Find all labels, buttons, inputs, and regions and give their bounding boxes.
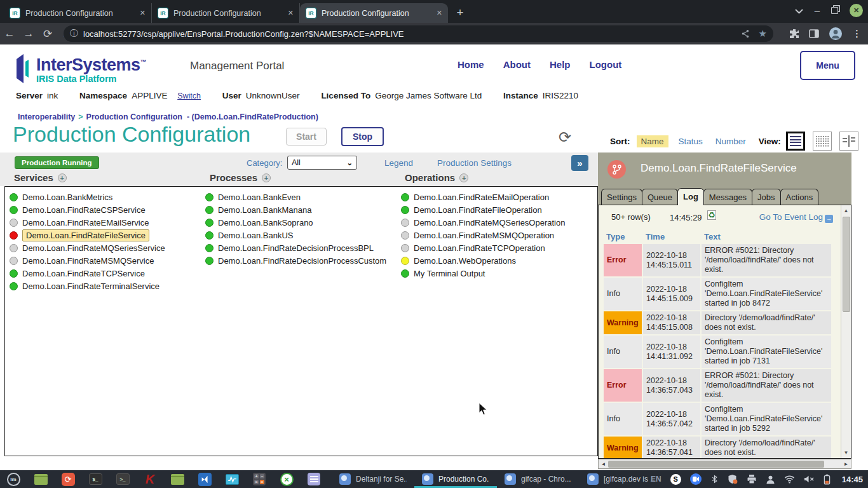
config-item[interactable]: Demo.Loan.FindRateDecisionProcessCustom xyxy=(205,254,386,267)
battery-icon[interactable] xyxy=(824,474,831,485)
taskbar-window[interactable]: Deltanji for Se... xyxy=(332,470,414,488)
horizontal-scroll-thumb[interactable] xyxy=(608,461,824,468)
stop-button[interactable]: Stop xyxy=(341,127,384,146)
share-icon[interactable] xyxy=(741,29,750,38)
config-item[interactable]: Demo.Loan.FindRateEMailOperation xyxy=(401,191,565,203)
mint-menu-icon[interactable]: lm xyxy=(6,471,21,487)
config-item-label[interactable]: Demo.Loan.FindRateDecisionProcessBPL xyxy=(218,243,374,253)
config-item[interactable]: My Terminal Output xyxy=(401,267,565,280)
nav-help[interactable]: Help xyxy=(550,59,571,70)
panel-tab-queue[interactable]: Queue xyxy=(642,189,678,205)
config-item[interactable]: Demo.Loan.BankEven xyxy=(205,191,386,203)
config-item[interactable]: Demo.Loan.BankManana xyxy=(205,203,386,216)
menu-kebab-icon[interactable]: ⋮ xyxy=(852,28,862,39)
visual-studio-icon[interactable] xyxy=(197,471,212,487)
scroll-down-icon[interactable]: ▼ xyxy=(841,448,851,458)
sort-number[interactable]: Number xyxy=(715,137,746,146)
notes-icon[interactable] xyxy=(306,471,322,487)
sort-name[interactable]: Name xyxy=(637,135,668,147)
language-indicator[interactable]: EN xyxy=(651,475,661,484)
nav-about[interactable]: About xyxy=(503,59,531,70)
config-item-label[interactable]: Demo.Loan.BankManana xyxy=(218,205,311,215)
printer-icon[interactable] xyxy=(747,474,757,484)
config-item[interactable]: Demo.Loan.FindRateCSPService xyxy=(10,203,165,216)
sidebar-icon[interactable] xyxy=(809,29,819,38)
config-item[interactable]: Demo.Loan.FindRateEMailService xyxy=(10,216,165,229)
start-button[interactable]: Start xyxy=(286,128,327,146)
browser-tab[interactable]: IR Production Configuration ✕ xyxy=(4,3,152,23)
bookmark-star-icon[interactable]: ★ xyxy=(759,28,767,39)
config-item-label[interactable]: Demo.Loan.FindRateFileService xyxy=(22,229,149,241)
config-item[interactable]: Demo.Loan.FindRateFileService xyxy=(10,229,165,241)
config-item[interactable]: Demo.Loan.FindRateMSMQOperation xyxy=(401,229,565,241)
refresh-icon[interactable]: ⟳ xyxy=(559,128,571,146)
config-item[interactable]: Demo.Loan.FindRateMSMQService xyxy=(10,254,165,267)
tab-close-icon[interactable]: ✕ xyxy=(140,9,146,17)
zoom-icon[interactable] xyxy=(690,473,702,485)
config-item-label[interactable]: Demo.Loan.BankMetrics xyxy=(22,193,112,202)
breadcrumb-root[interactable]: Interoperability xyxy=(18,112,75,121)
legend-link[interactable]: Legend xyxy=(384,158,413,168)
wifi-icon[interactable] xyxy=(784,475,795,484)
config-item[interactable]: Demo.Loan.FindRateMQSeriesOperation xyxy=(401,216,565,229)
close-button[interactable]: ✕ xyxy=(850,4,863,17)
minimize-button[interactable]: – xyxy=(815,5,820,16)
panel-tab-settings[interactable]: Settings xyxy=(601,189,642,205)
config-item[interactable]: Demo.Loan.FindRateTCPService xyxy=(10,267,165,280)
config-item-label[interactable]: Demo.Loan.FindRateCSPService xyxy=(22,205,146,215)
config-item[interactable]: Demo.Loan.BankUS xyxy=(205,229,386,241)
new-tab-button[interactable]: + xyxy=(452,4,468,21)
nav-logout[interactable]: Logout xyxy=(590,59,622,70)
add-process-icon[interactable]: + xyxy=(262,173,271,182)
taskbar-clock[interactable]: 14:45 xyxy=(842,475,863,484)
site-info-icon[interactable]: ⓘ xyxy=(70,28,78,39)
config-item-label[interactable]: Demo.Loan.FindRateFileOperation xyxy=(414,205,542,215)
restore-button[interactable] xyxy=(831,7,838,14)
config-item[interactable]: Demo.Loan.WebOperations xyxy=(401,254,565,267)
config-item[interactable]: Demo.Loan.BankMetrics xyxy=(10,191,165,203)
vertical-scrollbar[interactable]: ▲ ▼ xyxy=(841,205,851,458)
config-item-label[interactable]: Demo.Loan.FindRateTCPOperation xyxy=(414,243,545,253)
log-header-text[interactable]: Text xyxy=(702,231,831,243)
taskbar-window[interactable]: Production Co... xyxy=(414,470,497,488)
terminal-icon[interactable]: $_ xyxy=(88,471,103,487)
config-item-label[interactable]: Demo.Loan.WebOperations xyxy=(414,256,516,266)
folder-icon[interactable] xyxy=(170,471,185,487)
security-shield-icon[interactable] xyxy=(728,474,738,484)
backup-tool-icon[interactable]: ⟳ xyxy=(60,471,76,487)
profile-avatar[interactable] xyxy=(829,27,843,41)
taskbar-window[interactable]: [gifcap.dev is ... xyxy=(580,470,662,488)
vertical-scroll-thumb[interactable] xyxy=(843,217,850,312)
red-app-icon[interactable]: K xyxy=(142,471,158,487)
config-item-label[interactable]: Demo.Loan.BankEven xyxy=(218,193,301,202)
add-service-icon[interactable]: + xyxy=(58,173,67,182)
forward-icon[interactable]: → xyxy=(19,27,38,40)
config-item[interactable]: Demo.Loan.FindRateMQSeriesService xyxy=(10,241,165,254)
config-item-label[interactable]: Demo.Loan.FindRateEMailService xyxy=(22,218,149,227)
config-item[interactable]: Demo.Loan.FindRateFileOperation xyxy=(401,203,565,216)
menu-button[interactable]: Menu xyxy=(800,51,855,80)
go-to-event-log-link[interactable]: Go To Event Log→ xyxy=(759,212,833,223)
scroll-right-icon[interactable]: ► xyxy=(842,460,850,468)
config-item[interactable]: Demo.Loan.BankSoprano xyxy=(205,216,386,229)
panel-tab-messages[interactable]: Messages xyxy=(703,189,752,205)
tab-close-icon[interactable]: ✕ xyxy=(288,9,294,17)
calculator-icon[interactable]: +−×= xyxy=(252,471,267,487)
scroll-left-icon[interactable]: ◄ xyxy=(599,460,607,468)
config-item-label[interactable]: Demo.Loan.BankSoprano xyxy=(218,218,313,227)
config-item[interactable]: Demo.Loan.FindRateTerminalService xyxy=(10,280,165,292)
log-header-time[interactable]: Time xyxy=(643,231,700,243)
config-item-label[interactable]: Demo.Loan.FindRateMQSeriesService xyxy=(22,243,165,253)
view-list-icon[interactable] xyxy=(786,132,805,151)
scroll-up-icon[interactable]: ▲ xyxy=(841,206,851,215)
log-header-type[interactable]: Type xyxy=(604,231,642,243)
view-split-icon[interactable] xyxy=(839,132,858,151)
config-item-label[interactable]: Demo.Loan.BankUS xyxy=(218,231,294,240)
user-icon[interactable] xyxy=(766,475,775,484)
log-refresh-icon[interactable]: ♻ xyxy=(707,210,716,220)
volume-muted-icon[interactable] xyxy=(804,475,815,484)
config-item-label[interactable]: Demo.Loan.FindRateTerminalService xyxy=(22,281,159,291)
tab-search-chevron-icon[interactable] xyxy=(795,5,803,16)
terminal-alt-icon[interactable]: >_ xyxy=(115,471,130,487)
panel-tab-actions[interactable]: Actions xyxy=(780,189,819,205)
